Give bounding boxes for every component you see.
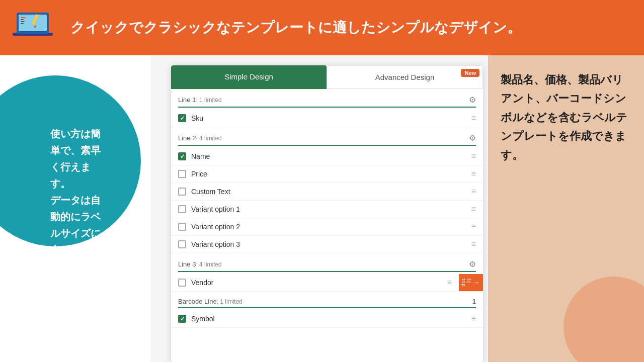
- vendor-checkbox[interactable]: [178, 279, 186, 287]
- symbol-label: Symbol: [191, 315, 215, 323]
- to-top-button[interactable]: ↑ totop: [459, 274, 483, 291]
- custom-text-drag-icon[interactable]: ≡: [471, 187, 476, 196]
- left-section: 使い方は簡単で、素早く行えます。 データは自動的にラベルサイズに合わせて調整され…: [0, 55, 151, 362]
- line2-separator: [178, 145, 476, 146]
- banner-text: クイックでクラシックなテンプレートに適したシンプルなデザイン。: [65, 18, 521, 37]
- line3-title: Line 3: 4 limited: [178, 260, 222, 268]
- barcode-title: Barcode Line: 1 limited: [178, 298, 243, 305]
- price-drag-icon[interactable]: ≡: [471, 169, 476, 178]
- tab-advanced[interactable]: Advanced Design New: [327, 65, 483, 89]
- row-custom-text: Custom Text ≡: [171, 183, 483, 201]
- name-drag-icon[interactable]: ≡: [471, 152, 476, 161]
- sku-drag-icon[interactable]: ≡: [471, 114, 476, 123]
- price-label: Price: [191, 170, 207, 178]
- barcode-count: 1: [472, 298, 476, 305]
- name-label: Name: [191, 152, 210, 160]
- app-icon: [0, 0, 65, 55]
- custom-text-label: Custom Text: [191, 188, 230, 196]
- right-section: 製品名、価格、製品バリアント、バーコードシンボルなどを含むラベルテンプレートを作…: [488, 55, 644, 362]
- row-sku: Sku ≡: [171, 110, 483, 127]
- row-price: Price ≡: [171, 165, 483, 183]
- row-vendor: Vendor ≡ ↑ totop: [171, 274, 483, 292]
- line1-gear-icon[interactable]: ⚙: [469, 95, 476, 105]
- variant1-label: Variant option 1: [191, 205, 240, 213]
- svg-rect-6: [21, 23, 24, 24]
- panel-content: Line 1: 1 limited ⚙ Sku ≡ Line 2: 4 limi…: [171, 89, 483, 359]
- row-variant2: Variant option 2 ≡: [171, 218, 483, 236]
- vendor-drag-icon[interactable]: ≡: [447, 278, 452, 287]
- row-symbol: Symbol ≡: [171, 310, 483, 328]
- row-variant1: Variant option 1 ≡: [171, 201, 483, 218]
- sku-checkbox[interactable]: [178, 114, 186, 122]
- row-variant3: Variant option 3 ≡: [171, 236, 483, 253]
- app-logo-icon: [8, 5, 58, 50]
- symbol-checkbox[interactable]: [178, 315, 186, 323]
- name-checkbox[interactable]: [178, 152, 186, 160]
- left-circle-text: 使い方は簡単で、素早く行えます。 データは自動的にラベルサイズに合わせて調整され…: [10, 96, 131, 362]
- line3-separator: [178, 271, 476, 272]
- center-panel: Simple Design Advanced Design New Line 1…: [171, 65, 483, 362]
- symbol-drag-icon[interactable]: ≡: [471, 314, 476, 323]
- variant2-checkbox[interactable]: [178, 223, 186, 231]
- line2-title: Line 2: 4 limited: [178, 134, 222, 142]
- row-name: Name ≡: [171, 148, 483, 165]
- price-checkbox[interactable]: [178, 170, 186, 178]
- variant1-drag-icon[interactable]: ≡: [471, 205, 476, 214]
- line1-title: Line 1: 1 limited: [178, 96, 222, 104]
- variant3-drag-icon[interactable]: ≡: [471, 240, 476, 249]
- right-section-inner: 製品名、価格、製品バリアント、バーコードシンボルなどを含むラベルテンプレートを作…: [488, 55, 644, 174]
- barcode-separator: [178, 307, 476, 308]
- variant2-label: Variant option 2: [191, 223, 240, 231]
- variant3-checkbox[interactable]: [178, 240, 186, 248]
- line2-gear-icon[interactable]: ⚙: [469, 133, 476, 143]
- line3-gear-icon[interactable]: ⚙: [469, 259, 476, 269]
- new-badge: New: [461, 69, 479, 77]
- peach-blob-decoration: [564, 277, 644, 362]
- variant1-checkbox[interactable]: [178, 205, 186, 213]
- sku-label: Sku: [191, 114, 203, 122]
- main-area: 使い方は簡単で、素早く行えます。 データは自動的にラベルサイズに合わせて調整され…: [0, 55, 644, 362]
- top-banner: クイックでクラシックなテンプレートに適したシンプルなデザイン。: [0, 0, 644, 55]
- custom-text-checkbox[interactable]: [178, 188, 186, 196]
- tab-simple[interactable]: Simple Design: [171, 65, 327, 89]
- variant3-label: Variant option 3: [191, 240, 240, 248]
- right-text: 製品名、価格、製品バリアント、バーコードシンボルなどを含むラベルテンプレートを作…: [501, 70, 631, 164]
- line1-header: Line 1: 1 limited ⚙: [171, 91, 483, 107]
- line1-separator: [178, 107, 476, 108]
- line2-header: Line 2: 4 limited ⚙: [171, 129, 483, 145]
- line3-header: Line 3: 4 limited ⚙: [171, 255, 483, 271]
- svg-rect-3: [21, 17, 26, 18]
- vendor-label: Vendor: [191, 279, 213, 287]
- svg-rect-5: [21, 21, 25, 22]
- up-arrow-icon: ↑: [473, 281, 481, 285]
- to-top-label: totop: [461, 279, 472, 287]
- tab-bar: Simple Design Advanced Design New: [171, 65, 483, 89]
- variant2-drag-icon[interactable]: ≡: [471, 222, 476, 231]
- svg-rect-4: [21, 19, 24, 20]
- barcode-header: Barcode Line: 1 limited 1: [171, 294, 483, 307]
